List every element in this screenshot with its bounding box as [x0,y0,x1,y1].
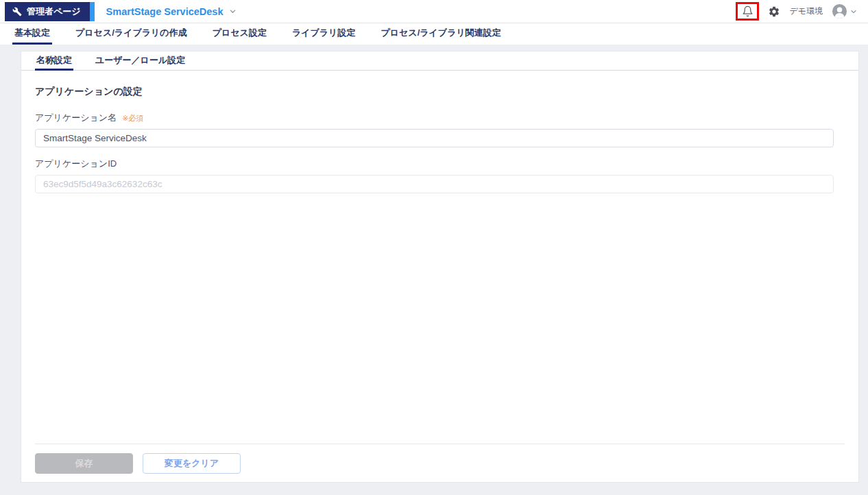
topbar: 管理者ページ SmartStage ServiceDesk デモ環境 [0,0,868,23]
application-name-label-row: アプリケーション名 ※必須 [35,112,845,124]
app-title: SmartStage ServiceDesk [106,6,224,17]
settings-card: 名称設定 ユーザー／ロール設定 アプリケーションの設定 アプリケーション名 ※必… [21,51,859,483]
gear-icon[interactable] [768,5,780,18]
application-id-label: アプリケーションID [35,158,117,170]
user-menu[interactable] [832,3,857,19]
tab-library-settings[interactable]: ライブラリ設定 [290,23,358,45]
sub-tab-bar: 名称設定 ユーザー／ロール設定 [21,51,858,71]
tab-basic-settings[interactable]: 基本設定 [12,23,52,45]
required-badge: ※必須 [122,113,143,123]
app-switcher[interactable]: SmartStage ServiceDesk [106,6,237,17]
tab-process-library-relation-settings[interactable]: プロセス/ライブラリ関連設定 [378,23,503,45]
save-button[interactable]: 保存 [35,453,133,474]
footer-divider [35,444,845,444]
tab-process-settings[interactable]: プロセス設定 [210,23,269,45]
admin-page-badge[interactable]: 管理者ページ [5,2,95,21]
subtab-user-role-settings[interactable]: ユーザー／ロール設定 [94,51,186,71]
tab-process-library-create[interactable]: プロセス/ライブラリの作成 [73,23,189,45]
annotation-highlight-box [736,2,759,21]
avatar [832,3,847,19]
environment-label: デモ環境 [789,5,823,17]
section-title: アプリケーションの設定 [35,86,845,98]
application-settings-form: アプリケーションの設定 アプリケーション名 ※必須 アプリケーションID 保存 … [21,71,858,482]
application-name-label: アプリケーション名 [35,112,117,124]
application-id-input [35,175,834,193]
chevron-down-icon [850,8,857,15]
footer-buttons: 保存 変更をクリア [35,453,845,474]
spacer [35,204,845,444]
content-area: 名称設定 ユーザー／ロール設定 アプリケーションの設定 アプリケーション名 ※必… [0,45,868,495]
wrench-icon [12,7,22,16]
bell-icon[interactable] [742,5,754,17]
subtab-name-settings[interactable]: 名称設定 [35,51,73,71]
topbar-right: デモ環境 [736,2,868,21]
application-name-input[interactable] [35,129,834,147]
main-tab-bar: 基本設定 プロセス/ライブラリの作成 プロセス設定 ライブラリ設定 プロセス/ラ… [0,23,868,45]
application-id-label-row: アプリケーションID [35,158,845,170]
admin-page-badge-label: 管理者ページ [27,5,81,18]
chevron-down-icon [229,8,237,15]
clear-changes-button[interactable]: 変更をクリア [143,453,241,474]
